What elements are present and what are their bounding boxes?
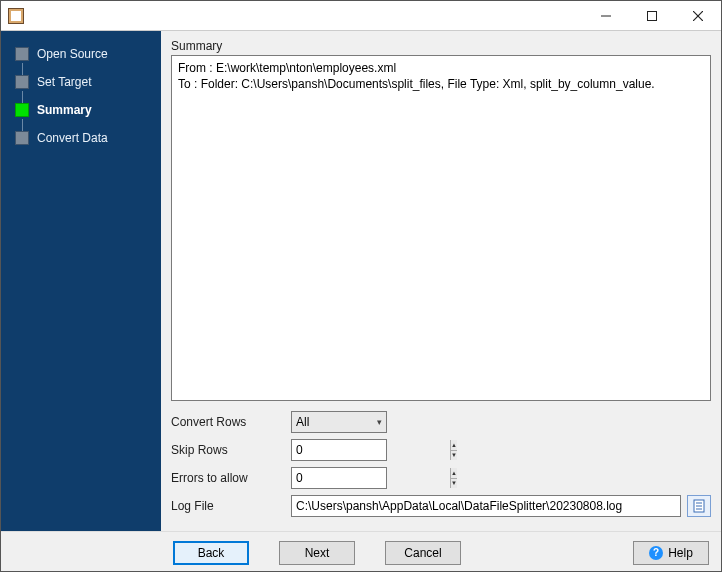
convert-rows-select[interactable]: All ▾ xyxy=(291,411,387,433)
logfile-label: Log File xyxy=(171,499,291,513)
chevron-down-icon: ▾ xyxy=(377,417,382,427)
titlebar xyxy=(1,1,721,31)
summary-heading: Summary xyxy=(171,39,711,53)
errors-label: Errors to allow xyxy=(171,471,291,485)
help-icon: ? xyxy=(649,546,663,560)
options-form: Convert Rows All ▾ Skip Rows ▲ ▼ Errors … xyxy=(171,411,711,523)
logfile-browse-button[interactable] xyxy=(687,495,711,517)
step-open-source[interactable]: Open Source xyxy=(9,47,153,61)
help-button[interactable]: ? Help xyxy=(633,541,709,565)
row-errors-allow: Errors to allow ▲ ▼ xyxy=(171,467,711,489)
close-button[interactable] xyxy=(675,1,721,31)
wizard-button-bar: Back Next Cancel ? Help xyxy=(1,531,721,572)
cancel-button[interactable]: Cancel xyxy=(385,541,461,565)
next-button[interactable]: Next xyxy=(279,541,355,565)
spin-down-icon[interactable]: ▼ xyxy=(451,450,457,461)
cancel-button-label: Cancel xyxy=(404,546,441,560)
main-panel: Summary From : E:\work\temp\nton\employe… xyxy=(161,31,721,531)
step-box-icon xyxy=(15,131,29,145)
spin-up-icon[interactable]: ▲ xyxy=(451,468,457,478)
step-set-target[interactable]: Set Target xyxy=(9,75,153,89)
summary-to-value: Folder: C:\Users\pansh\Documents\split_f… xyxy=(201,77,655,91)
convert-rows-value: All xyxy=(296,415,309,429)
step-box-icon xyxy=(15,75,29,89)
spin-down-icon[interactable]: ▼ xyxy=(451,478,457,489)
row-log-file: Log File xyxy=(171,495,711,517)
minimize-button[interactable] xyxy=(583,1,629,31)
step-label: Convert Data xyxy=(37,131,108,145)
row-skip-rows: Skip Rows ▲ ▼ xyxy=(171,439,711,461)
errors-input[interactable] xyxy=(292,468,450,488)
skip-rows-input[interactable] xyxy=(292,440,450,460)
back-button[interactable]: Back xyxy=(173,541,249,565)
errors-stepper[interactable]: ▲ ▼ xyxy=(291,467,387,489)
row-convert-rows: Convert Rows All ▾ xyxy=(171,411,711,433)
document-icon xyxy=(692,499,706,513)
step-convert-data[interactable]: Convert Data xyxy=(9,131,153,145)
spin-up-icon[interactable]: ▲ xyxy=(451,440,457,450)
summary-from-label: From : xyxy=(178,61,216,75)
app-icon xyxy=(8,8,24,24)
wizard-sidebar: Open Source Set Target Summary Convert D… xyxy=(1,31,161,531)
skip-rows-stepper[interactable]: ▲ ▼ xyxy=(291,439,387,461)
step-box-icon xyxy=(15,47,29,61)
step-box-icon xyxy=(15,103,29,117)
skip-rows-label: Skip Rows xyxy=(171,443,291,457)
step-label: Summary xyxy=(37,103,92,117)
convert-rows-label: Convert Rows xyxy=(171,415,291,429)
svg-rect-1 xyxy=(648,11,657,20)
logfile-input[interactable] xyxy=(291,495,681,517)
summary-to-label: To : xyxy=(178,77,201,91)
maximize-button[interactable] xyxy=(629,1,675,31)
back-button-label: Back xyxy=(198,546,225,560)
step-label: Open Source xyxy=(37,47,108,61)
help-button-label: Help xyxy=(668,546,693,560)
summary-textarea[interactable]: From : E:\work\temp\nton\employees.xml T… xyxy=(171,55,711,401)
summary-from-value: E:\work\temp\nton\employees.xml xyxy=(216,61,396,75)
step-label: Set Target xyxy=(37,75,91,89)
next-button-label: Next xyxy=(305,546,330,560)
step-summary[interactable]: Summary xyxy=(9,103,153,117)
